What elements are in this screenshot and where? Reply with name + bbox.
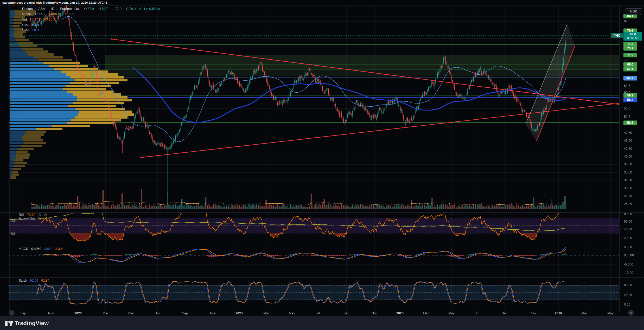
price-level-badge: 67.4: [623, 67, 637, 72]
chart-canvas[interactable]: [0, 0, 644, 330]
price-level-badge: 77.2: [623, 42, 637, 46]
rsi-tick: 40.00: [624, 228, 632, 231]
time-tick-month: Jul: [316, 311, 320, 316]
price-tick: 62.5: [624, 84, 630, 88]
price-tick: 45.00: [624, 139, 632, 143]
tradingview-logo-icon[interactable]: [5, 320, 14, 327]
time-tick-month: Mar: [103, 311, 108, 316]
macd-tick: 5.000: [624, 245, 632, 249]
rsi-tick: 20.00: [624, 236, 632, 240]
vrvp-legend-row[interactable]: VRVP 37.44 K 74.06 K 111.5 K: [22, 12, 160, 17]
time-tick-month: Jul: [155, 311, 160, 316]
vrvp-value-2: 74.06 K: [48, 12, 60, 16]
stoch-d-value: 92.34: [41, 279, 49, 282]
watermark-text: savepiginvest created with TradingView.c…: [2, 1, 107, 4]
time-tick-month: May: [448, 311, 455, 316]
vol-value: 15.97 K: [30, 17, 41, 21]
price-tick: 40.00: [624, 155, 632, 158]
symbol-price-tag: PHO: [611, 33, 623, 38]
time-tick-month: Nov: [531, 311, 537, 316]
timeline-left-button[interactable]: z: [9, 310, 15, 316]
tradingview-chart-window: savepiginvest created with TradingView.c…: [0, 0, 644, 330]
price-tick: 70.0: [624, 58, 630, 62]
main-legend: Photocure ASA · 1D · Euronext Oslo O77.9…: [22, 6, 160, 33]
price-level-badge: 50.6: [623, 121, 637, 125]
rsi-tick: 60.00: [624, 220, 632, 223]
time-tick-year: 2024: [235, 311, 243, 316]
price-tick: 25.00: [624, 202, 632, 206]
macd-value: 3.800: [44, 247, 52, 251]
timeframe: 1D: [50, 7, 55, 11]
macd-tick: -5.000: [624, 263, 633, 266]
time-tick-month: Nov: [210, 311, 216, 316]
time-tick-month: May: [607, 311, 614, 316]
time-tick-year: 2025: [396, 311, 404, 316]
rsi-legend[interactable]: RSI 79.19 ∅ ∅: [19, 213, 49, 217]
current-price-badge: 78.0 03:56:53: [623, 32, 642, 41]
macd-tick: -10.00: [624, 271, 633, 275]
price-tick: 32.50: [624, 178, 632, 182]
price-tick: 47.50: [624, 131, 632, 135]
stoch-tick: 80.00: [624, 283, 632, 287]
current-price-value: 78.0: [623, 32, 642, 36]
stoch-k-value: 92.06: [30, 279, 38, 282]
time-tick-month: Jul: [475, 311, 479, 316]
price-tick: 37.50: [624, 163, 632, 166]
time-tick-month: May: [289, 311, 295, 316]
price-level-badge: 69.0: [623, 62, 637, 67]
close-value: 78.0: [129, 7, 136, 11]
currency-toggle-button[interactable]: NOK: [625, 8, 642, 15]
bar-countdown: 03:56:53: [623, 36, 642, 40]
time-tick-year: 2026: [555, 311, 562, 316]
accum-dist-legend[interactable]: Accum/Dist 5.47M: [19, 217, 49, 220]
time-tick-month: Sep: [343, 311, 349, 316]
exchange: Euronext Oslo: [60, 7, 81, 11]
time-tick-month: May: [127, 311, 134, 316]
accum-dist-scale-label: 8M: [10, 219, 15, 223]
stoch-tick: 40.00: [624, 293, 632, 297]
accum-dist-value: 5.47M: [38, 217, 47, 220]
accum-dist-scale-label: 6M: [10, 232, 15, 236]
low-value: 77.0: [115, 7, 122, 11]
price-tick: 52.5: [624, 115, 630, 119]
sma-fast-legend-row[interactable]: SMA 64.8: [22, 22, 160, 28]
volume-legend-row[interactable]: Vol 15.97 K 60.15 K: [22, 17, 160, 22]
price-tick: 82.5: [624, 20, 630, 23]
watermark-bar: savepiginvest created with TradingView.c…: [0, 0, 644, 5]
price-tick: 27.50: [624, 194, 632, 198]
price-tick: 55.0: [624, 107, 630, 110]
time-tick-month: Mar: [263, 311, 269, 316]
change-value: +0.4 (+0.52%): [138, 7, 160, 11]
stoch-legend[interactable]: Stoch 92.06 92.34: [19, 279, 52, 282]
time-tick-month: Nov: [48, 311, 54, 316]
macd-tick: 0.0000: [624, 254, 634, 257]
rsi-value: 79.19: [27, 213, 35, 217]
time-tick-month: Sep: [182, 311, 188, 316]
price-level-badge: 75.2: [623, 46, 637, 51]
time-tick-month: Nov: [372, 311, 377, 316]
time-tick-year: 2023: [74, 311, 82, 316]
time-tick-month: Sep: [502, 311, 507, 316]
footer-bar: TradingView: [0, 316, 644, 330]
auto-scale-button[interactable]: A: [628, 310, 634, 316]
vrvp-value-3: 111.5 K: [63, 12, 74, 16]
price-tick: 35.00: [624, 171, 632, 174]
macd-legend[interactable]: MACD 0.4969 3.800 3.304: [19, 247, 66, 251]
stoch-tick: 0.00: [624, 303, 630, 306]
rsi-tick: 80.00: [624, 212, 632, 216]
vol-ma-value: 60.15 K: [44, 17, 56, 21]
price-level-badge: 59.2: [623, 93, 637, 98]
open-value: 77.9: [87, 7, 94, 11]
price-level-badge: 64.7: [623, 76, 637, 81]
price-tick: 42.50: [624, 147, 632, 151]
symbol-row[interactable]: Photocure ASA · 1D · Euronext Oslo O77.9…: [22, 6, 160, 12]
sma-fast-value: 64.8: [32, 23, 39, 27]
time-tick-month: Sep: [20, 311, 26, 316]
symbol-name: Photocure ASA: [22, 7, 45, 11]
time-tick-month: Mar: [423, 311, 429, 316]
price-tick: 30.00: [624, 186, 632, 190]
tradingview-brand-text[interactable]: TradingView: [15, 320, 49, 327]
sma-slow-legend-row[interactable]: SMA 58.3: [22, 28, 160, 33]
high-value: 78.7: [101, 7, 108, 11]
macd-hist-value: 0.4969: [31, 247, 41, 251]
